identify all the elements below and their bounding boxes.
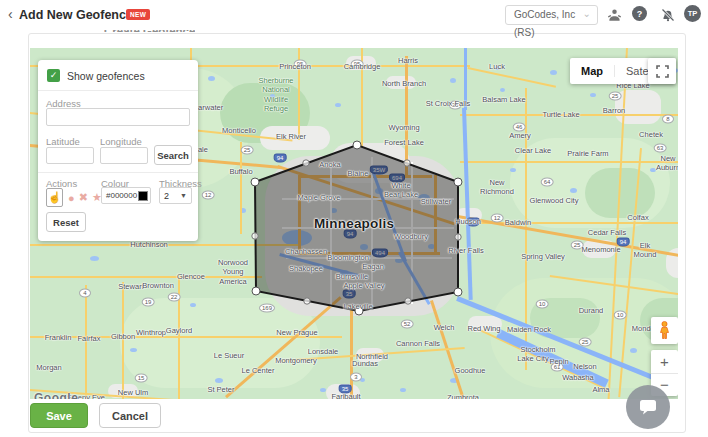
help-glyph: ? [637,9,643,19]
fullscreen-button[interactable] [648,58,676,84]
geofence-polygon[interactable] [255,145,458,311]
circle-tool-icon[interactable]: ● [68,192,75,204]
vertex-handle[interactable] [353,141,361,149]
show-geofences-label: Show geofences [67,70,145,82]
midpoint-handle[interactable] [405,298,411,304]
longitude-label: Longitude [100,136,142,147]
midpoint-handle[interactable] [404,160,410,166]
vertex-handle[interactable] [454,288,462,296]
save-button[interactable]: Save [30,403,88,428]
vertex-handle[interactable] [251,178,259,186]
thickness-select[interactable]: 2 ▼ [159,187,192,204]
chat-bubble-button[interactable] [626,385,670,429]
colour-swatch[interactable] [138,191,148,201]
panel-divider [38,90,198,91]
vertex-handle[interactable] [252,287,260,295]
organization-select[interactable]: GoCodes, Inc (RS) ⌄ [505,5,598,25]
pegman-icon [658,321,671,340]
page-title: Add New Geofence [19,8,133,22]
midpoint-handle[interactable] [455,234,461,240]
chevron-down-icon: ▼ [180,192,187,199]
top-header: ‹ Add New Geofence NEW GoCodes, Inc (RS)… [0,0,708,30]
cancel-button[interactable]: Cancel [99,403,161,428]
avatar[interactable]: TP [684,5,701,22]
longitude-input[interactable] [100,147,148,164]
help-icon[interactable]: ? [632,6,647,21]
fullscreen-icon [656,65,669,78]
midpoint-handle[interactable] [252,233,258,239]
colour-field[interactable]: #000000 [101,187,151,204]
geofence-panel: ✓ Show geofences Address Latitude Longit… [38,60,198,241]
chat-icon [639,399,657,415]
zoom-in-button[interactable]: + [651,350,678,374]
midpoint-handle[interactable] [303,160,309,166]
chevron-down-icon: ⌄ [583,5,591,23]
map-button[interactable]: Map [570,65,614,77]
vertex-handle[interactable] [355,307,363,315]
address-input[interactable] [46,108,190,126]
google-logo: Google [34,391,78,399]
colour-value: #000000 [106,191,138,200]
pegman-button[interactable] [651,317,678,344]
avatar-initials: TP [688,9,698,18]
panel-divider [38,172,198,173]
hand-tool-button[interactable]: ☝ [46,188,63,207]
show-geofences-checkbox[interactable]: ✓ [47,69,60,82]
vertex-handle[interactable] [454,178,462,186]
notifications-muted-icon[interactable] [659,6,677,24]
reset-button[interactable]: Reset [46,212,86,232]
latitude-input[interactable] [46,147,94,164]
midpoint-handle[interactable] [304,298,310,304]
search-button[interactable]: Search [154,145,192,165]
support-agent-icon[interactable] [605,6,623,24]
latitude-label: Latitude [46,136,80,147]
thickness-value: 2 [164,191,169,201]
new-badge: NEW [126,9,150,20]
back-chevron-icon[interactable]: ‹ [8,6,13,22]
polygon-tool-icon[interactable]: ✖ [79,191,88,204]
